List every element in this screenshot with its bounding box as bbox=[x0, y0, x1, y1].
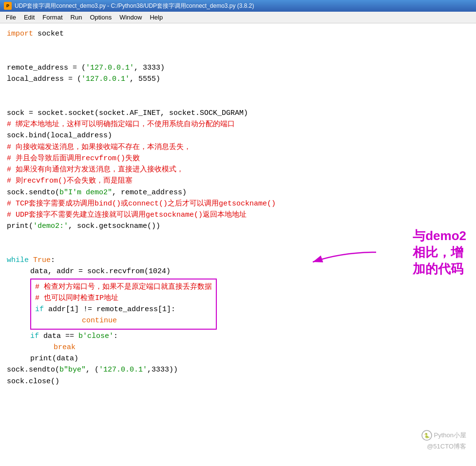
line-27: if data == b'close': bbox=[7, 331, 469, 342]
line-14: # 则recvfrom()不会失败，而是阻塞 bbox=[7, 175, 469, 186]
app-icon: P bbox=[4, 2, 12, 10]
line-3 bbox=[7, 51, 469, 62]
line-31: sock.close() bbox=[7, 376, 469, 387]
line-1: import socket bbox=[7, 28, 469, 39]
annotation-line1: 与demo2 bbox=[413, 228, 466, 243]
line-4: remote_address = ('127.0.0.1', 3333) bbox=[7, 62, 469, 74]
line-11: # 向接收端发送消息，如果接收端不存在，本消息丢失， bbox=[7, 142, 469, 153]
line-30: sock.sendto(b"bye", ('127.0.0.1',3333)) bbox=[7, 364, 469, 375]
highlight-box: # 检查对方端口号，如果不是原定端口就直接丢弃数据 # 也可以同时检查IP地址 … bbox=[30, 279, 217, 330]
title-bar: P UDP套接字调用connect_demo3.py - C:/Python38… bbox=[0, 0, 476, 12]
line-8: sock = socket.socket(socket.AF_INET, soc… bbox=[7, 108, 469, 119]
menu-bar: File Edit Format Run Options Window Help bbox=[0, 12, 476, 23]
python-logo-icon: 🐍 bbox=[421, 430, 432, 441]
line-29: print(data) bbox=[7, 353, 469, 364]
line-15: sock.sendto(b"I'm demo2", remote_address… bbox=[7, 187, 469, 198]
annotation-line2: 相比，增 bbox=[413, 245, 463, 260]
line-13: # 如果没有向通信对方发送消息，直接进入接收模式， bbox=[7, 164, 469, 175]
menu-file[interactable]: File bbox=[2, 12, 20, 23]
line-28: break bbox=[7, 342, 469, 353]
watermark-blog: @51CTO博客 bbox=[421, 442, 466, 451]
line-6 bbox=[7, 85, 469, 96]
line-12: # 并且会导致后面调用recvfrom()失败 bbox=[7, 153, 469, 164]
annotation-line3: 加的代码 bbox=[413, 261, 463, 276]
menu-run[interactable]: Run bbox=[67, 12, 86, 23]
line-17: # UDP套接字不需要先建立连接就可以调用getsockname()返回本地地址 bbox=[7, 209, 469, 221]
window-title: UDP套接字调用connect_demo3.py - C:/Python38/U… bbox=[15, 2, 472, 10]
menu-options[interactable]: Options bbox=[86, 12, 115, 23]
menu-edit[interactable]: Edit bbox=[20, 12, 38, 23]
watermark-logo: 🐍 Python小屋 bbox=[421, 430, 466, 441]
line-9: # 绑定本地地址，这样可以明确指定端口，不使用系统自动分配的端口 bbox=[7, 119, 469, 130]
watermark-site: Python小屋 bbox=[434, 430, 466, 440]
line-24: # 也可以同时检查IP地址 bbox=[35, 293, 212, 304]
line-16: # TCP套接字需要成功调用bind()或connect()之后才可以调用get… bbox=[7, 198, 469, 209]
menu-window[interactable]: Window bbox=[115, 12, 146, 23]
line-10: sock.bind(local_address) bbox=[7, 130, 469, 141]
line-5: local_address = ('127.0.0.1', 5555) bbox=[7, 74, 469, 85]
line-23: # 检查对方端口号，如果不是原定端口就直接丢弃数据 bbox=[35, 281, 212, 293]
line-7 bbox=[7, 96, 469, 108]
menu-help[interactable]: Help bbox=[146, 12, 167, 23]
annotation-text: 与demo2 相比，增 加的代码 bbox=[413, 228, 466, 277]
line-19 bbox=[7, 232, 469, 243]
svg-text:🐍: 🐍 bbox=[424, 432, 430, 439]
line-26: continue bbox=[35, 315, 212, 326]
line-25: if addr[1] != remote_address[1]: bbox=[35, 304, 212, 315]
line-2 bbox=[7, 39, 469, 51]
watermark: 🐍 Python小屋 @51CTO博客 bbox=[421, 430, 466, 451]
line-18: print('demo2:', sock.getsockname()) bbox=[7, 221, 469, 232]
menu-format[interactable]: Format bbox=[38, 12, 66, 23]
code-editor[interactable]: import socket remote_address = ('127.0.0… bbox=[0, 23, 476, 466]
annotation-arrow bbox=[303, 247, 400, 277]
